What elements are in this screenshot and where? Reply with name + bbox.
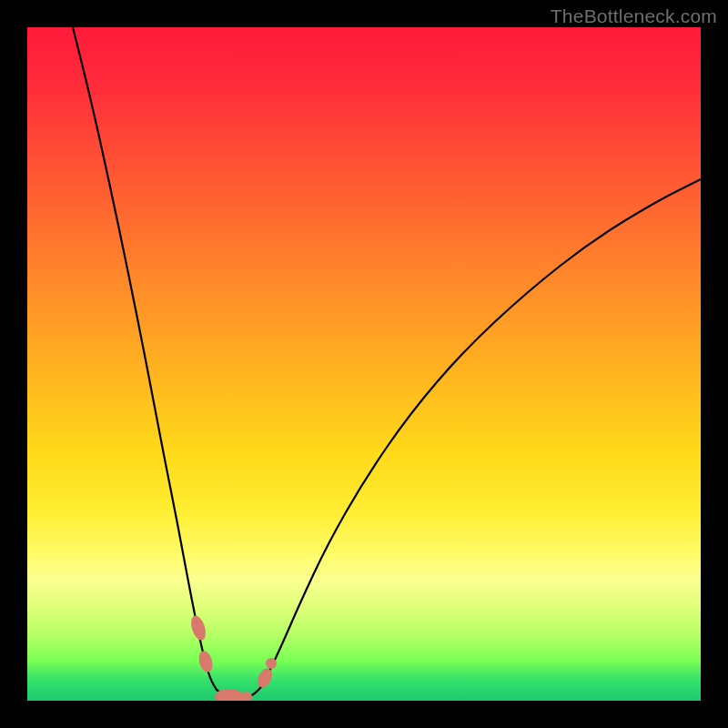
curve-marker bbox=[188, 614, 208, 642]
watermark-text: TheBottleneck.com bbox=[551, 5, 717, 27]
curve-markers bbox=[188, 614, 277, 701]
bottleneck-curve bbox=[27, 27, 701, 701]
chart-plot-area bbox=[27, 27, 701, 701]
curve-marker bbox=[255, 666, 275, 690]
curve-marker bbox=[197, 650, 215, 674]
curve-marker bbox=[241, 692, 252, 701]
curve-marker bbox=[266, 658, 277, 669]
